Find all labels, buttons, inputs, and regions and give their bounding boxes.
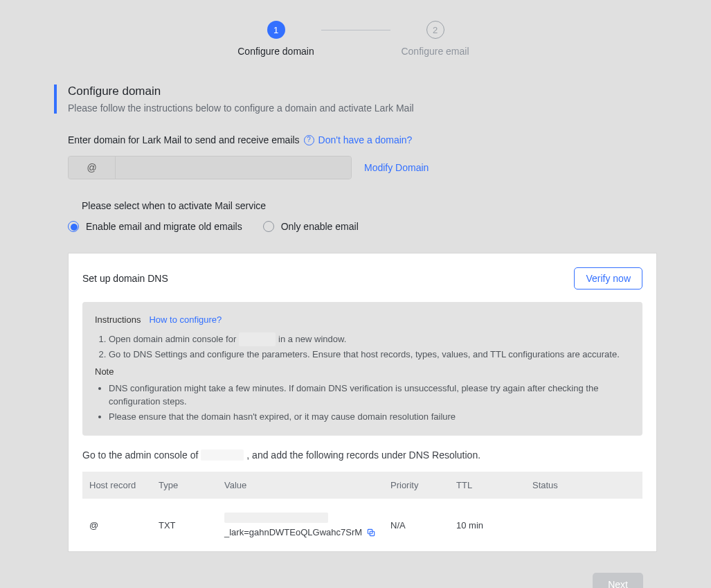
dns-title: Set up domain DNS <box>82 273 168 284</box>
domain-input[interactable] <box>116 157 351 179</box>
instructions-box: Instructions How to configure? Open doma… <box>82 302 642 436</box>
note-label: Note <box>95 365 630 379</box>
activation-block: Please select when to activate Mail serv… <box>68 200 657 211</box>
cell-value: _lark=gahnDWTEoQLGwahc7SrM <box>217 499 384 551</box>
cell-status <box>525 499 642 551</box>
records-caption: Go to the admin console of , and add the… <box>82 449 642 461</box>
radio-only-enable[interactable]: Only enable email <box>263 221 359 232</box>
instruction-step-1: Open domain admin console for xxxxxxx in… <box>109 332 630 346</box>
table-header-row: Host record Type Value Priority TTL Stat… <box>82 472 642 499</box>
value-suffix: _lark=gahnDWTEoQLGwahc7SrM <box>224 527 362 537</box>
dns-panel: Set up domain DNS Verify now Instruction… <box>68 253 657 552</box>
cell-priority: N/A <box>384 499 449 551</box>
page-subtitle: Please follow the instructions below to … <box>68 103 657 114</box>
instruction-step-1a: Open domain admin console for <box>109 334 239 344</box>
radio-enable-migrate-label: Enable email and migrate old emails <box>86 221 242 232</box>
step-2-circle: 2 <box>426 21 444 39</box>
page-title: Configure domain <box>68 84 657 98</box>
note-2: Please ensure that the domain hasn't exp… <box>109 410 630 424</box>
redacted-value-prefix <box>224 513 328 523</box>
verify-now-button[interactable]: Verify now <box>574 267 642 289</box>
domain-prefix: @ <box>69 157 116 179</box>
domain-input-wrap: @ <box>68 156 352 179</box>
instruction-steps: Open domain admin console for xxxxxxx in… <box>95 332 630 362</box>
col-ttl: TTL <box>449 472 525 499</box>
col-type: Type <box>152 472 217 499</box>
how-to-configure-link[interactable]: How to configure? <box>149 313 222 327</box>
activation-label: Please select when to activate Mail serv… <box>82 200 657 211</box>
cell-ttl: 10 min <box>449 499 525 551</box>
dns-table: Host record Type Value Priority TTL Stat… <box>82 472 642 551</box>
instruction-step-1b: in a new window. <box>276 334 346 344</box>
footer: Next <box>54 573 657 588</box>
section-header: Configure domain Please follow the instr… <box>54 84 657 114</box>
col-host: Host record <box>82 472 152 499</box>
activation-options: Enable email and migrate old emails Only… <box>68 221 657 232</box>
radio-icon-unchecked <box>263 221 274 232</box>
stepper: 1 Configure domain 2 Configure email <box>54 21 657 57</box>
instruction-step-2: Go to DNS Settings and configure the par… <box>109 348 630 362</box>
radio-icon-checked <box>68 221 79 232</box>
domain-label-text: Enter domain for Lark Mail to send and r… <box>68 134 300 145</box>
domain-field-block: Enter domain for Lark Mail to send and r… <box>68 134 657 179</box>
note-list: DNS configuration might take a few minut… <box>95 382 630 424</box>
redacted-domain-2 <box>201 449 244 461</box>
radio-enable-migrate[interactable]: Enable email and migrate old emails <box>68 221 242 232</box>
step-1: 1 Configure domain <box>231 21 321 57</box>
next-button[interactable]: Next <box>593 573 643 588</box>
records-caption-b: , and add the following records under DN… <box>246 449 480 461</box>
modify-domain-link[interactable]: Modify Domain <box>364 162 429 173</box>
step-line <box>321 30 390 30</box>
copy-icon[interactable] <box>366 528 376 537</box>
col-status: Status <box>525 472 642 499</box>
note-1: DNS configuration might take a few minut… <box>109 382 630 409</box>
radio-only-enable-label: Only enable email <box>281 221 359 232</box>
col-value: Value <box>217 472 384 499</box>
step-1-label: Configure domain <box>237 46 314 57</box>
domain-field-label: Enter domain for Lark Mail to send and r… <box>68 134 657 145</box>
table-row: @ TXT _lark=gahnDWTEoQLGwahc7SrM <box>82 499 642 551</box>
step-2-label: Configure email <box>401 46 469 57</box>
step-1-circle: 1 <box>267 21 285 39</box>
redacted-domain-1: xxxxxxx <box>239 332 276 346</box>
cell-host: @ <box>82 499 152 551</box>
records-caption-a: Go to the admin console of <box>82 449 198 461</box>
no-domain-link[interactable]: Don't have a domain? <box>318 134 413 145</box>
col-priority: Priority <box>384 472 449 499</box>
instructions-label: Instructions <box>95 313 141 327</box>
step-2: 2 Configure email <box>390 21 480 57</box>
cell-type: TXT <box>152 499 217 551</box>
help-icon[interactable]: ? <box>304 135 314 145</box>
